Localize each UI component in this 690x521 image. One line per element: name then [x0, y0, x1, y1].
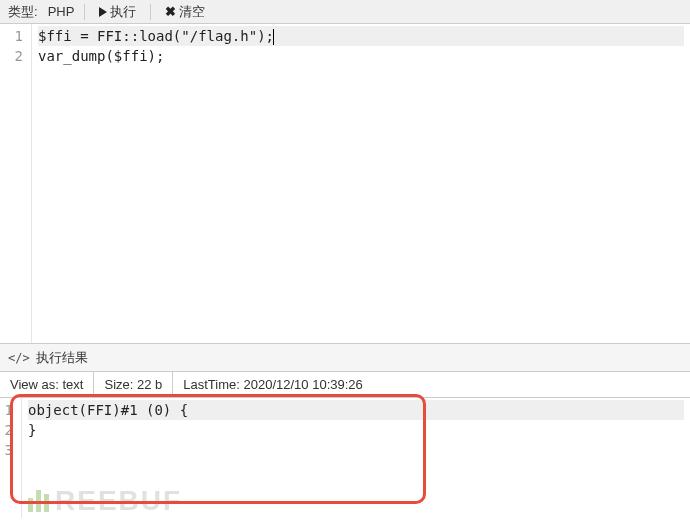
code-line[interactable]: var_dump($ffi);: [38, 46, 684, 66]
output-line: [28, 440, 684, 460]
size-label: Size: 22 b: [104, 377, 162, 392]
line-number: 2: [0, 420, 21, 440]
result-infobar: View as: text Size: 22 b LastTime: 2020/…: [0, 372, 690, 398]
type-label: 类型:: [8, 3, 38, 21]
line-number: 1: [0, 400, 21, 420]
separator: [84, 4, 85, 20]
editor-gutter: 1 2: [0, 24, 32, 343]
clear-button[interactable]: ✖ 清空: [161, 1, 209, 23]
code-icon: </>: [8, 351, 30, 365]
line-number: 2: [0, 46, 31, 66]
result-title: 执行结果: [36, 349, 88, 367]
view-as-label: View as: text: [10, 377, 83, 392]
lasttime-label: LastTime: 2020/12/10 10:39:26: [183, 377, 362, 392]
clear-label: 清空: [179, 3, 205, 21]
run-button[interactable]: 执行: [95, 1, 140, 23]
size-cell: Size: 22 b: [94, 372, 173, 397]
text-cursor: [273, 29, 274, 45]
run-label: 执行: [110, 3, 136, 21]
lasttime-cell: LastTime: 2020/12/10 10:39:26: [173, 372, 372, 397]
result-header: </> 执行结果: [0, 344, 690, 372]
editor-content[interactable]: $ffi = FFI::load("/flag.h"); var_dump($f…: [32, 24, 690, 343]
output-content[interactable]: object(FFI)#1 (0) { }: [22, 398, 690, 518]
code-editor[interactable]: 1 2 $ffi = FFI::load("/flag.h"); var_dum…: [0, 24, 690, 344]
play-icon: [99, 7, 107, 17]
line-number: 1: [0, 26, 31, 46]
output-line: }: [28, 420, 684, 440]
toolbar: 类型: PHP 执行 ✖ 清空: [0, 0, 690, 24]
output-line: object(FFI)#1 (0) {: [28, 400, 684, 420]
language-indicator[interactable]: PHP: [48, 4, 75, 19]
code-line[interactable]: $ffi = FFI::load("/flag.h");: [38, 26, 684, 46]
output-pane: 1 2 3 object(FFI)#1 (0) { }: [0, 398, 690, 518]
line-number: 3: [0, 440, 21, 460]
output-gutter: 1 2 3: [0, 398, 22, 518]
close-icon: ✖: [165, 4, 176, 19]
view-as-cell[interactable]: View as: text: [0, 372, 94, 397]
separator: [150, 4, 151, 20]
